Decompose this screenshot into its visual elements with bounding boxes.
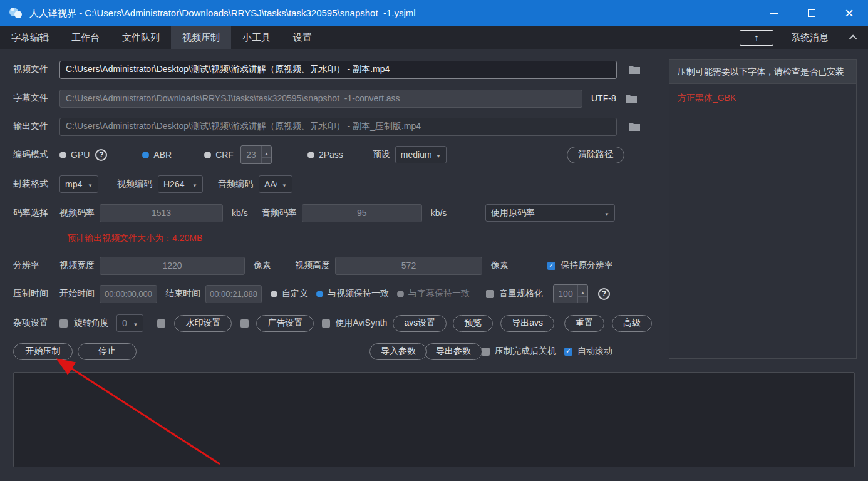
container-format-label: 封装格式 [13,178,52,190]
avs-settings-button[interactable]: avs设置 [393,315,447,332]
video-height-label: 视频高度 [295,260,330,271]
system-message-label[interactable]: 系统消息 [791,32,829,44]
minimize-icon [770,13,778,14]
video-file-row: 视频文件 [13,60,641,79]
arrow-down-icon [581,297,585,303]
rotation-checkbox[interactable] [59,319,68,328]
tab-label: 设置 [293,32,312,44]
tab-file-queue[interactable]: 文件队列 [111,26,171,49]
video-width-input[interactable] [100,257,245,275]
subtitle-file-input[interactable] [59,90,582,108]
ad-checkbox[interactable] [240,319,249,328]
video-codec-dropdown[interactable]: H264 [158,175,203,193]
tab-label: 文件队列 [122,32,160,44]
radio-abr[interactable]: ABR [142,150,172,160]
reset-button[interactable]: 重置 [564,315,604,332]
tab-subtitle-edit[interactable]: 字幕编辑 [0,26,60,49]
end-time-input[interactable] [205,285,262,303]
preset-dropdown[interactable]: medium [395,146,447,163]
maximize-button[interactable] [793,0,830,26]
stepper-up-button[interactable] [262,146,271,158]
stepper-down-button[interactable] [262,158,271,164]
video-bitrate-input[interactable] [100,204,223,222]
advanced-button[interactable]: 高级 [612,315,652,332]
app-logo-icon [8,6,23,21]
radio-2pass[interactable]: 2Pass [307,150,343,160]
encode-mode-row: 编码模式 GPU ABR CRF 23 2Pass 预设 medium 清除路径 [13,145,652,164]
subtitle-file-row: 字幕文件 UTF-8 [13,89,638,108]
misc-settings-label: 杂项设置 [13,318,52,329]
stepper-down-button[interactable] [578,297,587,303]
preset-value: medium [401,150,431,160]
radio-follow-subtitle[interactable]: 与字幕保持一致 [397,288,470,299]
volume-stepper[interactable]: 100 [553,284,588,303]
audio-bitrate-input[interactable] [302,204,422,222]
tab-settings[interactable]: 设置 [282,26,323,49]
radio-crf[interactable]: CRF [204,150,234,160]
import-params-button[interactable]: 导入参数 [369,343,427,360]
start-time-label: 开始时间 [59,288,95,299]
output-file-input[interactable] [59,118,617,136]
folder-icon[interactable] [628,65,641,75]
auto-scroll-group[interactable]: 自动滚动 [564,346,612,357]
export-avs-button[interactable]: 导出avs [500,315,554,332]
gpu-help-icon[interactable] [95,149,107,161]
audio-bitrate-unit: kb/s [431,208,447,218]
chevron-down-icon [282,179,287,189]
video-file-input[interactable] [59,61,617,79]
folder-icon[interactable] [628,122,641,132]
tab-workbench[interactable]: 工作台 [60,26,111,49]
audio-codec-dropdown[interactable]: AAC [259,175,292,193]
close-button[interactable] [830,0,868,26]
minimize-button[interactable] [755,0,793,26]
shutdown-after-group[interactable]: 压制完成后关机 [482,346,556,357]
title-bar: 人人译视界 - C:\Users\Administrator\Downloads… [0,0,868,26]
avisynth-label: 使用AviSynth [335,318,387,329]
container-format-dropdown[interactable]: mp4 [59,175,98,193]
start-time-input[interactable] [100,285,157,303]
radio-gpu[interactable]: GPU [59,150,90,160]
tabbar-right: 系统消息 [740,26,868,49]
arrow-down-icon [264,158,268,164]
bitrate-mode-dropdown[interactable]: 使用原码率 [485,204,615,222]
radio-custom-time[interactable]: 自定义 [271,288,308,299]
radio-2pass-label: 2Pass [319,150,343,160]
window-controls [755,0,868,26]
export-params-button[interactable]: 导出参数 [425,343,482,360]
keep-resolution-group[interactable]: 保持原分辨率 [547,260,613,271]
encode-mode-label: 编码模式 [13,149,52,160]
watermark-checkbox[interactable] [157,319,165,328]
auto-scroll-label: 自动滚动 [577,346,612,357]
preview-button[interactable]: 预览 [453,315,493,332]
watermark-settings-button[interactable]: 水印设置 [174,315,232,332]
stop-button[interactable]: 停止 [78,343,137,360]
stepper-up-button[interactable] [578,285,587,297]
start-compress-button[interactable]: 开始压制 [13,343,73,360]
checkbox-checked-icon [547,262,555,270]
rotation-dropdown[interactable]: 0 [116,314,143,332]
radio-selected-icon [316,291,323,297]
radio-crf-label: CRF [215,150,234,160]
video-height-input[interactable] [335,257,482,275]
upload-button[interactable] [740,30,773,46]
crf-value-stepper[interactable]: 23 [240,145,272,164]
auto-scroll-checkbox-checked [564,348,572,356]
tab-video-compress[interactable]: 视频压制 [171,26,231,49]
ad-settings-button[interactable]: 广告设置 [256,315,314,332]
folder-icon[interactable] [625,93,638,103]
chevron-up-icon[interactable] [849,34,857,43]
compress-time-row: 压制时间 开始时间 结束时间 自定义 与视频保持一致 与字幕保持一致 音量规格化… [13,284,652,303]
radio-follow-video[interactable]: 与视频保持一致 [316,288,389,299]
radio-selected-icon [142,152,149,158]
avisynth-checkbox[interactable] [322,319,330,328]
compress-log-area [13,372,855,467]
volume-normalize-checkbox[interactable] [486,290,494,298]
container-format-row: 封装格式 mp4 视频编码 H264 音频编码 AAC [13,175,292,194]
radio-follow-subtitle-label: 与字幕保持一致 [408,288,470,299]
tab-tools[interactable]: 小工具 [231,26,282,49]
resolution-label: 分辨率 [13,260,52,271]
crf-value: 23 [241,146,261,163]
keep-resolution-label: 保持原分辨率 [561,260,613,271]
volume-help-icon[interactable] [598,288,610,300]
clear-path-button[interactable]: 清除路径 [567,147,624,163]
